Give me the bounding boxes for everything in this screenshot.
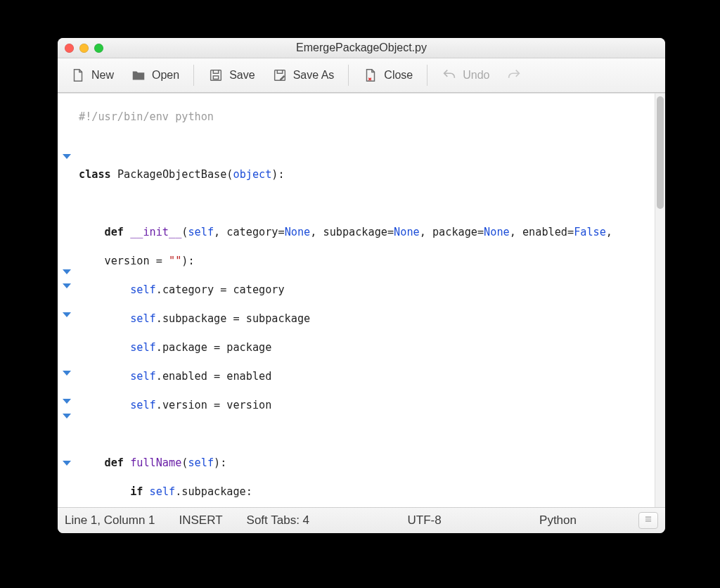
new-button[interactable]: New xyxy=(63,65,121,86)
code-text: class xyxy=(79,168,117,181)
code-text: self xyxy=(130,399,156,411)
close-button[interactable]: Close xyxy=(356,65,420,86)
separator xyxy=(193,65,194,86)
window-title: EmergePackageObject.py xyxy=(58,41,665,54)
fold-marker[interactable] xyxy=(63,154,71,159)
fold-marker[interactable] xyxy=(63,461,71,466)
save-as-label: Save As xyxy=(293,69,335,82)
undo-icon xyxy=(442,68,457,83)
code-text: if xyxy=(130,485,149,498)
maximize-window-button[interactable] xyxy=(94,44,103,53)
file-icon xyxy=(70,68,86,83)
fold-marker[interactable] xyxy=(63,269,71,274)
save-as-icon xyxy=(272,68,288,83)
editor-area: #!/usr/bin/env python class PackageObjec… xyxy=(58,93,665,507)
code-text: .version = version xyxy=(156,399,272,411)
fold-marker[interactable] xyxy=(63,371,71,376)
code-text: self xyxy=(130,312,156,325)
close-label: Close xyxy=(384,69,413,82)
new-label: New xyxy=(91,69,114,82)
code-text: __init__ xyxy=(130,226,181,238)
code-text: None xyxy=(285,226,311,238)
code-text: None xyxy=(484,226,510,238)
list-icon xyxy=(643,513,653,528)
open-button[interactable]: Open xyxy=(124,65,186,86)
code-text: , xyxy=(606,226,612,238)
svg-rect-2 xyxy=(274,70,285,81)
close-document-icon xyxy=(363,68,378,83)
code-text: False xyxy=(574,226,606,238)
code-text: PackageObjectBase xyxy=(117,168,226,181)
code-text: object xyxy=(233,168,271,181)
code-text: self xyxy=(130,283,156,296)
fold-marker[interactable] xyxy=(63,399,71,404)
scrollbar-thumb[interactable] xyxy=(657,96,664,209)
titlebar[interactable]: EmergePackageObject.py xyxy=(58,38,665,58)
code-text: self xyxy=(150,485,176,498)
close-window-button[interactable] xyxy=(65,44,74,53)
code-text: ): xyxy=(181,255,194,267)
fold-marker[interactable] xyxy=(63,414,71,418)
cursor-position[interactable]: Line 1, Column 1 xyxy=(65,513,155,528)
redo-icon xyxy=(506,68,522,83)
language-mode[interactable]: Python xyxy=(539,513,577,528)
fold-marker[interactable] xyxy=(63,283,71,288)
code-text: , package= xyxy=(420,226,484,238)
code-text: ): xyxy=(214,456,226,469)
code-text: #!/usr/bin/env python xyxy=(79,110,214,123)
fold-marker[interactable] xyxy=(63,312,71,317)
window-controls xyxy=(58,44,103,53)
sidebar-toggle-button[interactable] xyxy=(638,512,658,529)
edit-mode[interactable]: INSERT xyxy=(179,513,223,528)
save-label: Save xyxy=(229,69,255,82)
save-icon xyxy=(208,68,224,83)
code-text: , subpackage= xyxy=(310,226,394,238)
code-text: self xyxy=(188,456,214,469)
code-text: def xyxy=(105,456,131,469)
encoding[interactable]: UTF-8 xyxy=(407,513,441,528)
code-text: def xyxy=(105,226,131,238)
code-text: self xyxy=(130,370,156,383)
editor-window: EmergePackageObject.py New Open Save xyxy=(58,38,665,533)
code-text: version = xyxy=(105,255,169,267)
status-bar: Line 1, Column 1 INSERT Soft Tabs: 4 UTF… xyxy=(58,507,665,533)
undo-button[interactable]: Undo xyxy=(435,65,496,86)
redo-button[interactable] xyxy=(499,65,529,86)
code-text: self xyxy=(188,226,214,238)
code-text: self xyxy=(130,341,156,354)
code-text: .package = package xyxy=(156,341,272,354)
code-text: .subpackage = subpackage xyxy=(156,312,310,325)
separator xyxy=(348,65,349,86)
svg-rect-1 xyxy=(213,76,218,79)
save-button[interactable]: Save xyxy=(201,65,262,86)
undo-label: Undo xyxy=(463,69,489,82)
toolbar: New Open Save Save As Close xyxy=(58,58,665,93)
code-text: None xyxy=(394,226,420,238)
code-text: fullName xyxy=(130,456,181,469)
code-text: "" xyxy=(169,255,181,267)
vertical-scrollbar[interactable] xyxy=(655,94,665,507)
save-as-button[interactable]: Save As xyxy=(265,65,342,86)
code-text: .subpackage: xyxy=(175,485,252,498)
tab-mode[interactable]: Soft Tabs: 4 xyxy=(247,513,309,528)
minimize-window-button[interactable] xyxy=(79,44,89,53)
code-text: , category= xyxy=(214,226,285,238)
folder-icon xyxy=(131,68,146,83)
code-text: .enabled = enabled xyxy=(156,370,272,383)
code-editor[interactable]: #!/usr/bin/env python class PackageObjec… xyxy=(77,94,655,507)
code-gutter[interactable] xyxy=(58,94,77,507)
open-label: Open xyxy=(152,69,179,82)
separator xyxy=(427,65,428,86)
code-text: ): xyxy=(271,168,284,181)
code-text: , enabled= xyxy=(510,226,574,238)
code-text: .category = category xyxy=(156,283,285,296)
